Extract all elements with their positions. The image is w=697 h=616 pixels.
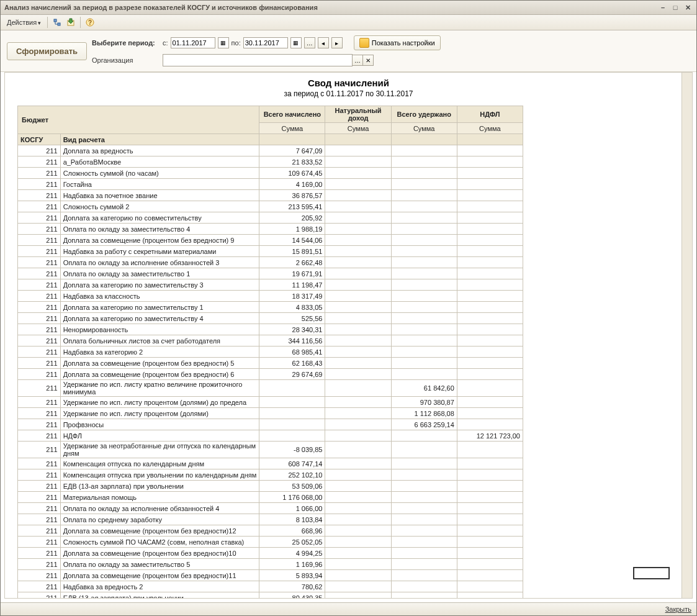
table-row[interactable]: 211Ненормированность28 340,31 bbox=[18, 324, 523, 335]
cell-name: Оплата больничных листов за счет работод… bbox=[60, 335, 259, 346]
table-row[interactable]: 211Компенсация отпуска при увольнении по… bbox=[18, 469, 523, 481]
cell-ndfl bbox=[457, 190, 523, 201]
table-row[interactable]: 211Доплата за совмещение (процентом без … bbox=[18, 570, 523, 581]
cell-acc: -8 039,85 bbox=[259, 442, 325, 458]
table-row[interactable]: 211Надбавка за классность18 317,49 bbox=[18, 291, 523, 302]
table-row[interactable]: 211Оплата по окладу за заместительство 5… bbox=[18, 559, 523, 570]
actions-menu[interactable]: Действия▾ bbox=[4, 19, 43, 26]
table-row[interactable]: 211Доплата за категорию по заместительст… bbox=[18, 313, 523, 324]
cell-kosgu: 211 bbox=[18, 548, 61, 559]
cell-name: Надбавка за классность bbox=[60, 291, 259, 302]
cell-nat bbox=[325, 419, 391, 430]
table-row[interactable]: 211Доплата за вредность7 647,09 bbox=[18, 145, 523, 156]
table-row[interactable]: 211Профвзносы6 663 259,14 bbox=[18, 419, 523, 430]
generate-button[interactable]: Сформировать bbox=[7, 42, 87, 60]
cell-ndfl bbox=[457, 246, 523, 257]
cell-kosgu: 211 bbox=[18, 346, 61, 358]
cell-name: Надбавка за почетное звание bbox=[60, 190, 259, 201]
table-row[interactable]: 211Сложность суммой (по часам)109 674,45 bbox=[18, 168, 523, 179]
table-row[interactable]: 211Надбавка за вредность 2780,62 bbox=[18, 581, 523, 592]
close-link[interactable]: Закрыть bbox=[665, 605, 691, 613]
table-row[interactable]: 211Надбавка за почетное звание36 876,57 bbox=[18, 190, 523, 201]
table-row[interactable]: 211а_РаботаВМоскве21 833,52 bbox=[18, 156, 523, 168]
cell-ded bbox=[391, 324, 457, 335]
close-icon[interactable]: ✕ bbox=[683, 3, 693, 12]
cell-nat bbox=[325, 442, 391, 458]
table-row[interactable]: 211Доплата за категорию по совместительс… bbox=[18, 212, 523, 224]
cell-kosgu: 211 bbox=[18, 190, 61, 201]
table-row[interactable]: 211Доплата за совмещение (процентом без … bbox=[18, 358, 523, 369]
cell-ded bbox=[391, 190, 457, 201]
table-row[interactable]: 211Надбавка за работу с секретными матер… bbox=[18, 246, 523, 257]
maximize-icon[interactable]: □ bbox=[670, 3, 680, 12]
date-from-input[interactable] bbox=[171, 37, 215, 48]
show-settings-button[interactable]: Показать настройки bbox=[354, 35, 441, 50]
svg-text:?: ? bbox=[88, 19, 92, 26]
cell-name: Профвзносы bbox=[60, 419, 259, 430]
calendar-icon[interactable]: ▦ bbox=[218, 37, 229, 48]
table-row[interactable]: 211Доплата за совмещение (процентом без … bbox=[18, 548, 523, 559]
cell-ded bbox=[391, 302, 457, 313]
table-row[interactable]: 211Материальная помощь1 176 068,00 bbox=[18, 492, 523, 503]
cell-kosgu: 211 bbox=[18, 168, 61, 179]
table-row[interactable]: 211Оплата по среднему заработку8 103,84 bbox=[18, 514, 523, 525]
calendar-icon[interactable]: ▦ bbox=[290, 37, 302, 48]
table-row[interactable]: 211Сложность суммой 2213 595,41 bbox=[18, 201, 523, 212]
table-row[interactable]: 211Оплата по окладу за заместительство 1… bbox=[18, 268, 523, 279]
cell-acc: 21 833,52 bbox=[259, 156, 325, 168]
minimize-icon[interactable]: – bbox=[658, 3, 668, 12]
table-row[interactable]: 211Гостайна4 169,00 bbox=[18, 179, 523, 190]
cell-ded bbox=[391, 369, 457, 380]
cell-nat bbox=[325, 503, 391, 514]
vertical-scrollbar[interactable] bbox=[681, 73, 692, 598]
cell-nat bbox=[325, 559, 391, 570]
table-row[interactable]: 211Компенсация отпуска по календарным дн… bbox=[18, 458, 523, 469]
report-area: Свод начислений за период с 01.11.2017 п… bbox=[4, 72, 693, 599]
cell-acc: 11 198,47 bbox=[259, 279, 325, 291]
cell-ded bbox=[391, 313, 457, 324]
table-row[interactable]: 211Оплата по окладу за исполнение обязан… bbox=[18, 257, 523, 268]
table-row[interactable]: 211Удержание по исп. листу процентом (до… bbox=[18, 397, 523, 408]
cell-kosgu: 211 bbox=[18, 302, 61, 313]
table-row[interactable]: 211Доплата за совмещение (процентом без … bbox=[18, 525, 523, 537]
table-row[interactable]: 211Доплата за совмещение (процентом без … bbox=[18, 235, 523, 246]
organization-input[interactable] bbox=[163, 54, 353, 66]
org-select-button[interactable]: … bbox=[353, 55, 363, 66]
col-sum: Сумма bbox=[457, 123, 523, 134]
org-clear-button[interactable]: ✕ bbox=[363, 55, 374, 66]
collapse-tree-icon[interactable] bbox=[52, 17, 63, 28]
table-row[interactable]: 211Удержание по исп. листу кратно величи… bbox=[18, 380, 523, 397]
table-row[interactable]: 211Надбавка за категорию 268 985,41 bbox=[18, 346, 523, 358]
report-scroll[interactable]: Свод начислений за период с 01.11.2017 п… bbox=[5, 73, 692, 598]
cell-kosgu: 211 bbox=[18, 179, 61, 190]
table-row[interactable]: 211ЕДВ (13-ая зарплата) при увольнении53… bbox=[18, 481, 523, 492]
period-next-button[interactable]: ▸ bbox=[331, 37, 343, 48]
table-row[interactable]: 211Доплата за категорию по заместительст… bbox=[18, 302, 523, 313]
table-row[interactable]: 211Удержание по исп. листу процентом (до… bbox=[18, 408, 523, 419]
table-row[interactable]: 211ЕДВ (13-ая зарплата) при увольнении80… bbox=[18, 592, 523, 599]
cell-kosgu: 211 bbox=[18, 235, 61, 246]
cell-ded: 1 112 868,08 bbox=[391, 408, 457, 419]
cell-acc bbox=[259, 397, 325, 408]
table-row[interactable]: 211НДФЛ12 121 723,00 bbox=[18, 430, 523, 442]
cell-acc: 19 671,91 bbox=[259, 268, 325, 279]
help-icon[interactable]: ? bbox=[84, 17, 96, 28]
table-row[interactable]: 211Оплата по окладу за заместительство 4… bbox=[18, 224, 523, 235]
table-row[interactable]: 211Доплата за категорию по заместительст… bbox=[18, 279, 523, 291]
date-to-input[interactable] bbox=[243, 37, 288, 48]
cell-ndfl bbox=[457, 419, 523, 430]
cell-acc: 4 833,05 bbox=[259, 302, 325, 313]
table-row[interactable]: 211Сложность суммой ПО ЧАСАМ2 (совм, неп… bbox=[18, 537, 523, 548]
period-picker-button[interactable]: … bbox=[304, 37, 315, 48]
period-prev-button[interactable]: ◂ bbox=[318, 37, 329, 48]
cell-ded bbox=[391, 458, 457, 469]
cell-name: Гостайна bbox=[60, 179, 259, 190]
table-row[interactable]: 211Оплата больничных листов за счет рабо… bbox=[18, 335, 523, 346]
cell-ndfl bbox=[457, 179, 523, 190]
table-row[interactable]: 211Удержание за неотработанные дни отпус… bbox=[18, 442, 523, 458]
cell-kosgu: 211 bbox=[18, 481, 61, 492]
export-icon[interactable] bbox=[65, 17, 76, 28]
cell-ndfl bbox=[457, 503, 523, 514]
table-row[interactable]: 211Оплата по окладу за исполнение обязан… bbox=[18, 503, 523, 514]
table-row[interactable]: 211Доплата за совмещение (процентом без … bbox=[18, 369, 523, 380]
